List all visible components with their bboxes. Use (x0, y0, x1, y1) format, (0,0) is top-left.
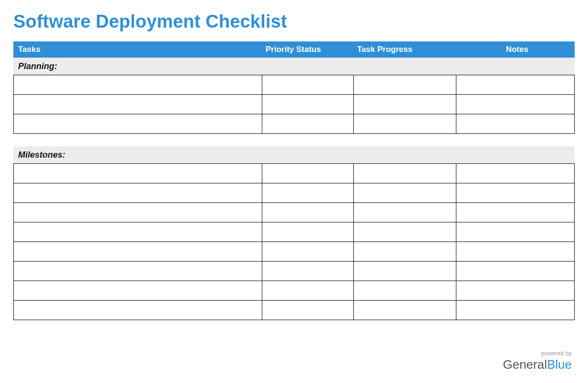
cell-notes[interactable] (456, 183, 575, 203)
cell-progress[interactable] (354, 262, 456, 281)
cell-tasks[interactable] (14, 301, 262, 320)
column-header-notes: Notes (456, 45, 575, 54)
cell-progress[interactable] (354, 114, 456, 134)
cell-progress[interactable] (354, 242, 456, 262)
table-row (14, 222, 575, 242)
cell-tasks[interactable] (14, 95, 262, 114)
cell-notes[interactable] (456, 164, 575, 183)
cell-notes[interactable] (456, 222, 575, 242)
brand-accent: Blue (547, 357, 572, 372)
section-gap (13, 134, 575, 146)
cell-priority[interactable] (262, 114, 354, 134)
column-header-progress: Task Progress (353, 45, 456, 54)
table-row (14, 301, 575, 320)
cell-notes[interactable] (456, 95, 575, 114)
cell-notes[interactable] (456, 262, 575, 281)
cell-priority[interactable] (262, 301, 354, 320)
section-table-planning (13, 75, 575, 134)
cell-notes[interactable] (456, 242, 575, 262)
cell-tasks[interactable] (14, 281, 262, 301)
cell-tasks[interactable] (14, 164, 262, 183)
cell-progress[interactable] (354, 183, 456, 203)
cell-priority[interactable] (262, 95, 354, 114)
section-table-milestones (13, 163, 575, 320)
page-title: Software Deployment Checklist (13, 11, 575, 32)
table-row (14, 262, 575, 281)
cell-progress[interactable] (354, 75, 456, 95)
table-header-row: Tasks Priority Status Task Progress Note… (13, 41, 575, 58)
cell-priority[interactable] (262, 222, 354, 242)
cell-priority[interactable] (262, 281, 354, 301)
table-row (14, 281, 575, 301)
cell-notes[interactable] (456, 203, 575, 222)
brand-logo-text: GeneralBlue (503, 358, 572, 372)
checklist-sheet: Tasks Priority Status Task Progress Note… (13, 41, 575, 320)
column-header-priority: Priority Status (262, 45, 353, 54)
cell-tasks[interactable] (14, 203, 262, 222)
table-row (14, 203, 575, 222)
cell-priority[interactable] (262, 262, 354, 281)
column-header-tasks: Tasks (13, 45, 262, 54)
powered-by-label: powered by (503, 351, 572, 357)
cell-tasks[interactable] (14, 183, 262, 203)
cell-priority[interactable] (262, 242, 354, 262)
table-row (14, 242, 575, 262)
cell-tasks[interactable] (14, 242, 262, 262)
cell-progress[interactable] (354, 301, 456, 320)
cell-tasks[interactable] (14, 114, 262, 134)
cell-priority[interactable] (262, 183, 354, 203)
cell-priority[interactable] (262, 164, 354, 183)
cell-notes[interactable] (456, 281, 575, 301)
section-label-planning: Planning: (13, 58, 575, 75)
cell-progress[interactable] (354, 164, 456, 183)
cell-notes[interactable] (456, 301, 575, 320)
footer-brand: powered by GeneralBlue (503, 351, 572, 372)
cell-progress[interactable] (354, 222, 456, 242)
table-row (14, 114, 575, 134)
table-row (14, 164, 575, 183)
section-label-milestones: Milestones: (13, 146, 575, 163)
cell-progress[interactable] (354, 281, 456, 301)
table-row (14, 75, 575, 95)
table-row (14, 95, 575, 114)
cell-tasks[interactable] (14, 75, 262, 95)
cell-priority[interactable] (262, 203, 354, 222)
table-row (14, 183, 575, 203)
cell-progress[interactable] (354, 95, 456, 114)
cell-notes[interactable] (456, 75, 575, 95)
cell-tasks[interactable] (14, 262, 262, 281)
cell-tasks[interactable] (14, 222, 262, 242)
cell-priority[interactable] (262, 75, 354, 95)
brand-main: General (503, 357, 547, 372)
cell-notes[interactable] (456, 114, 575, 134)
cell-progress[interactable] (354, 203, 456, 222)
